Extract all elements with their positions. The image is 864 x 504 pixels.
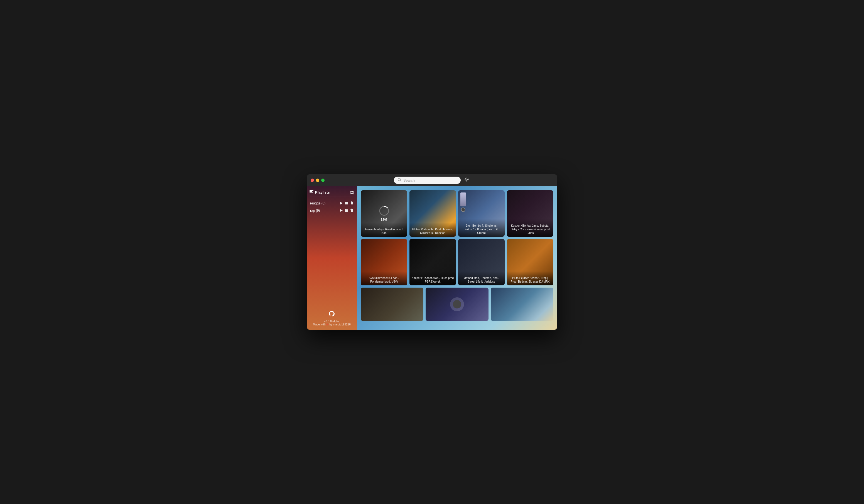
- maximize-button[interactable]: [321, 179, 325, 182]
- search-bar-container: [394, 176, 470, 184]
- grid-item-label-7: Method Man, Redman, Nas - Street Life ft…: [458, 271, 505, 285]
- grid-item-label-8: Pluto Pejdżer Bednar - Trep | Prod. Bedn…: [507, 271, 553, 285]
- app-window: Playlists (2) reagge (0): [307, 174, 557, 330]
- playlist-play-rap[interactable]: [339, 209, 343, 213]
- search-input[interactable]: [403, 178, 457, 183]
- heart-icon: ❤: [326, 323, 328, 326]
- search-bar: [394, 176, 461, 184]
- grid-item-11[interactable]: [491, 287, 553, 321]
- playlist-play-reagge[interactable]: [339, 201, 343, 206]
- grid-item-5[interactable]: SynAlkaPono x K-Leah - Pondemia (prod. V…: [361, 239, 407, 285]
- item-10-dot: [453, 300, 461, 308]
- progress-overlay: 13%: [379, 206, 389, 222]
- svg-rect-5: [310, 193, 313, 193]
- playlists-label: Playlists: [315, 190, 330, 194]
- svg-rect-3: [310, 190, 313, 191]
- svg-marker-6: [313, 192, 313, 193]
- traffic-lights: [311, 179, 325, 182]
- playlist-item-reagge[interactable]: reagge (0): [310, 200, 354, 207]
- grid-row-3: [361, 287, 553, 321]
- playlists-title-row: Playlists: [310, 190, 330, 194]
- grid-item-1[interactable]: 13% Damian Marley - Road to Zion ft. Nas: [361, 190, 407, 237]
- content-area[interactable]: 13% Damian Marley - Road to Zion ft. Nas…: [357, 186, 557, 330]
- github-icon: [310, 310, 354, 319]
- playlists-header: Playlists (2): [310, 190, 354, 196]
- spinner-container: [379, 206, 389, 216]
- playlist-name-rap: rap (9): [310, 209, 320, 212]
- playlist-name-reagge: reagge (0): [310, 201, 325, 205]
- grid-item-3[interactable]: Ero - Bomba ft. Shellerini, Falcon1 - Bo…: [458, 190, 505, 237]
- playlist-item-rap[interactable]: rap (9): [310, 207, 354, 214]
- settings-button[interactable]: [464, 176, 470, 184]
- svg-point-2: [466, 179, 468, 181]
- grid-item-label-4: Kacper HTA feat Jano, Sobota, Ostry - Ch…: [507, 219, 553, 237]
- grid-item-8[interactable]: Pluto Pejdżer Bednar - Trep | Prod. Bedn…: [507, 239, 553, 285]
- decor-bar: [460, 193, 466, 206]
- grid-row-1: 13% Damian Marley - Road to Zion ft. Nas…: [361, 190, 553, 237]
- grid-item-7[interactable]: Method Man, Redman, Nas - Street Life ft…: [458, 239, 505, 285]
- playlist-folder-reagge[interactable]: [345, 201, 348, 205]
- svg-rect-12: [351, 209, 352, 209]
- made-with-text: Made with ❤ by marcio199226: [310, 323, 354, 326]
- svg-marker-10: [340, 209, 343, 212]
- playlist-delete-rap[interactable]: [350, 208, 353, 213]
- sidebar-footer: v0.3.0-alpha Made with ❤ by marcio199226: [310, 308, 354, 326]
- progress-text: 13%: [381, 218, 387, 222]
- grid-item-label-3: Ero - Bomba ft. Shellerini, Falcon1 - Bo…: [458, 219, 505, 237]
- playlist-actions-rap: [339, 208, 353, 213]
- sidebar: Playlists (2) reagge (0): [307, 186, 357, 330]
- svg-rect-11: [350, 209, 353, 210]
- svg-line-1: [400, 181, 401, 181]
- playlist-delete-reagge[interactable]: [350, 201, 353, 206]
- close-button[interactable]: [311, 179, 314, 182]
- playlists-count: (2): [350, 190, 354, 194]
- titlebar: [307, 174, 557, 186]
- grid-row-2: SynAlkaPono x K-Leah - Pondemia (prod. V…: [361, 239, 553, 285]
- item-3-decor: [460, 193, 466, 212]
- grid-item-9[interactable]: [361, 287, 423, 321]
- main-content: Playlists (2) reagge (0): [307, 186, 557, 330]
- grid-item-6[interactable]: Kacper HTA feat Arab - Duch prod PSR&Wor…: [409, 239, 456, 285]
- item-10-inner: [425, 287, 488, 321]
- grid-item-label-6: Kacper HTA feat Arab - Duch prod PSR&Wor…: [409, 271, 456, 285]
- decor-circle: [461, 208, 465, 212]
- playlist-icon: [310, 190, 313, 194]
- grid-item-label-2: Pluto - Podmuch | Prod. Javeure, Skrecze…: [409, 222, 456, 237]
- playlist-actions-reagge: [339, 201, 353, 206]
- grid-item-10[interactable]: [425, 287, 488, 321]
- grid-item-4[interactable]: Kacper HTA feat Jano, Sobota, Ostry - Ch…: [507, 190, 553, 237]
- version-text: v0.3.0-alpha: [310, 320, 354, 323]
- svg-rect-4: [310, 192, 312, 192]
- playlist-folder-rap[interactable]: [345, 209, 348, 212]
- grid-item-label-5: SynAlkaPono x K-Leah - Pondemia (prod. V…: [361, 271, 407, 285]
- svg-marker-7: [340, 202, 343, 205]
- search-icon: [398, 178, 401, 183]
- grid-item-2[interactable]: Pluto - Podmuch | Prod. Javeure, Skrecze…: [409, 190, 456, 237]
- progress-circle: [379, 206, 389, 216]
- minimize-button[interactable]: [316, 179, 319, 182]
- grid-item-label-1: Damian Marley - Road to Zion ft. Nas: [361, 222, 407, 237]
- item-10-circle: [450, 297, 464, 311]
